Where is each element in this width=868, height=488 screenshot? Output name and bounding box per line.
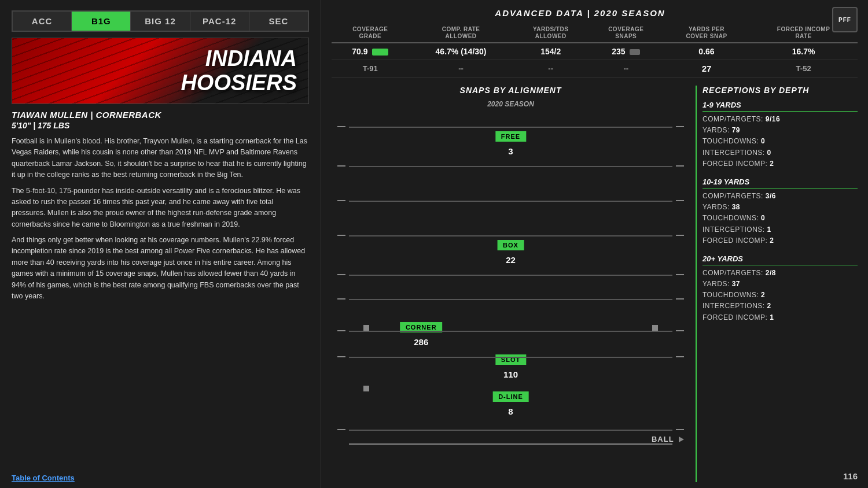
- tab-b1g[interactable]: B1G: [72, 12, 131, 31]
- article-p2: The 5-foot-10, 175-pounder has inside-ou…: [12, 186, 309, 231]
- rec-range-20plus: 20+ YARDS: [703, 254, 858, 265]
- rec-stat-1-9-incomp: FORCED INCOMP: 2: [703, 158, 858, 169]
- toc-link[interactable]: Table of Contents: [12, 474, 309, 482]
- num-box: 22: [506, 255, 516, 265]
- snaps-section: SNAPS BY ALIGNMENT 2020 SEASON FREE 3: [332, 86, 696, 482]
- team-banner: INDIANA HOOSIERS: [12, 38, 309, 104]
- sq-1: [363, 325, 369, 331]
- side-dash-l4: [337, 235, 345, 236]
- side-dash-l8: [337, 330, 345, 331]
- stats-table: COVERAGEGRADE COMP. RATEALLOWED YARDS/TD…: [332, 23, 858, 77]
- col-coverage-snaps: COVERAGESNAPS: [589, 23, 664, 43]
- rec-group-10-19: 10-19 YARDS COMP/TARGETS: 3/6 YARDS: 38 …: [703, 178, 858, 246]
- player-name: TIAWAN MULLEN | CORNERBACK: [12, 110, 309, 120]
- snaps-title: SNAPS BY ALIGNMENT: [460, 86, 562, 95]
- article-p3: And things only get better when looking …: [12, 235, 309, 302]
- bottom-section: SNAPS BY ALIGNMENT 2020 SEASON FREE 3: [332, 86, 858, 482]
- field-line-9: [349, 357, 672, 358]
- badge-free: FREE: [495, 131, 526, 142]
- rank-yards-tds: --: [513, 60, 589, 77]
- side-dash-r3: [676, 200, 684, 201]
- field-line-3: [349, 201, 672, 202]
- player-info: TIAWAN MULLEN | CORNERBACK 5'10" | 175 L…: [12, 110, 309, 130]
- rec-stat-1-9-yards: YARDS: 79: [703, 125, 858, 136]
- article-p1: Football is in Mullen's blood. His broth…: [12, 136, 309, 181]
- rec-stat-20plus-yards: YARDS: 37: [703, 279, 858, 290]
- rank-comp-rate: --: [409, 60, 513, 77]
- rec-title: RECEPTIONS BY DEPTH: [703, 86, 858, 95]
- side-dash-r5: [676, 274, 684, 275]
- field-line-8: [349, 331, 672, 332]
- side-dash-r1: [676, 126, 684, 127]
- stats-row-values: 70.9 46.7% (14/30) 154/2 235 0.66 16.7%: [332, 43, 858, 60]
- arrow-icon: [679, 437, 684, 442]
- page-number: 116: [843, 471, 858, 481]
- pff-logo: PFF: [832, 7, 858, 32]
- field-line-2: [349, 166, 672, 167]
- rec-stat-20plus-comps: COMP/TARGETS: 2/8: [703, 268, 858, 279]
- rec-stat-10-19-incomp: FORCED INCOMP: 2: [703, 235, 858, 246]
- rank-coverage-grade: T-91: [332, 60, 409, 77]
- right-panel: PFF ADVANCED DATA | 2020 SEASON COVERAGE…: [321, 0, 868, 488]
- rec-stat-1-9-ints: INTERCEPTIONS: 0: [703, 147, 858, 158]
- rec-stat-20plus-incomp: FORCED INCOMP: 1: [703, 312, 858, 323]
- val-coverage-grade: 70.9: [332, 43, 409, 60]
- rec-stat-10-19-yards: YARDS: 38: [703, 202, 858, 213]
- adv-data-header: ADVANCED DATA | 2020 SEASON: [332, 8, 829, 18]
- side-dash-r2: [676, 165, 684, 167]
- sq-3: [363, 386, 369, 391]
- side-dash-l3: [337, 200, 345, 201]
- field-line-5: [349, 275, 672, 276]
- stats-row-ranks: T-91 -- -- -- 27 T-52: [332, 60, 858, 77]
- left-panel: ACC B1G BIG 12 PAC-12 SEC INDIANA HOOSIE…: [0, 0, 321, 488]
- rec-stat-10-19-comps: COMP/TARGETS: 3/6: [703, 191, 858, 202]
- badge-dline: D-LINE: [492, 391, 529, 402]
- side-dash-r10: [676, 429, 684, 430]
- rec-stat-10-19-ints: INTERCEPTIONS: 1: [703, 224, 858, 235]
- rank-forced-incomp: T-52: [749, 60, 858, 77]
- rec-group-20plus: 20+ YARDS COMP/TARGETS: 2/8 YARDS: 37 TO…: [703, 254, 858, 323]
- field-line-4: [349, 235, 672, 236]
- side-dash-l5: [337, 274, 345, 275]
- badge-box: BOX: [497, 240, 524, 250]
- ball-label: BALL: [652, 435, 684, 443]
- rank-coverage-snaps: --: [589, 60, 664, 77]
- num-dline: 8: [508, 406, 513, 416]
- rec-stat-10-19-tds: TOUCHDOWNS: 0: [703, 213, 858, 224]
- col-coverage-grade: COVERAGEGRADE: [332, 23, 409, 43]
- rec-stat-20plus-tds: TOUCHDOWNS: 2: [703, 290, 858, 301]
- side-dash-r8: [676, 330, 684, 331]
- rec-range-10-19: 10-19 YARDS: [703, 178, 858, 188]
- badge-slot: SLOT: [495, 354, 526, 365]
- rec-stat-1-9-tds: TOUCHDOWNS: 0: [703, 136, 858, 147]
- sq-2: [652, 325, 658, 331]
- side-dash-l10: [337, 429, 345, 430]
- num-slot: 110: [503, 369, 518, 379]
- side-dash-l6: [337, 298, 345, 300]
- team-name: INDIANA HOOSIERS: [181, 47, 297, 95]
- val-forced-incomp: 16.7%: [749, 43, 858, 60]
- player-meta: 5'10" | 175 LBS: [12, 121, 309, 130]
- rec-stat-20plus-ints: INTERCEPTIONS: 2: [703, 301, 858, 312]
- rec-stat-1-9-comps: COMP/TARGETS: 9/16: [703, 114, 858, 125]
- rank-yards-per-snap: 27: [664, 60, 750, 77]
- side-dash-r9: [676, 356, 684, 357]
- tab-big12[interactable]: BIG 12: [131, 12, 190, 31]
- field-line-1: [349, 127, 672, 128]
- val-coverage-snaps: 235: [589, 43, 664, 60]
- rec-group-1-9: 1-9 YARDS COMP/TARGETS: 9/16 YARDS: 79 T…: [703, 101, 858, 169]
- val-comp-rate: 46.7% (14/30): [409, 43, 513, 60]
- field-line-10: [349, 430, 672, 431]
- tab-acc[interactable]: ACC: [13, 12, 72, 31]
- tab-sec[interactable]: SEC: [249, 12, 308, 31]
- tab-pac12[interactable]: PAC-12: [190, 12, 249, 31]
- num-corner: 286: [414, 337, 428, 347]
- field-line-6: [349, 299, 672, 300]
- val-yards-per-snap: 0.66: [664, 43, 750, 60]
- side-dash-r6: [676, 298, 684, 300]
- receptions-section: RECEPTIONS BY DEPTH 1-9 YARDS COMP/TARGE…: [696, 86, 858, 482]
- side-dash-l9: [337, 356, 345, 357]
- snaps-subtitle: 2020 SEASON: [487, 100, 534, 108]
- alignment-chart: FREE 3 BOX 22: [332, 114, 690, 403]
- num-free: 3: [508, 146, 513, 156]
